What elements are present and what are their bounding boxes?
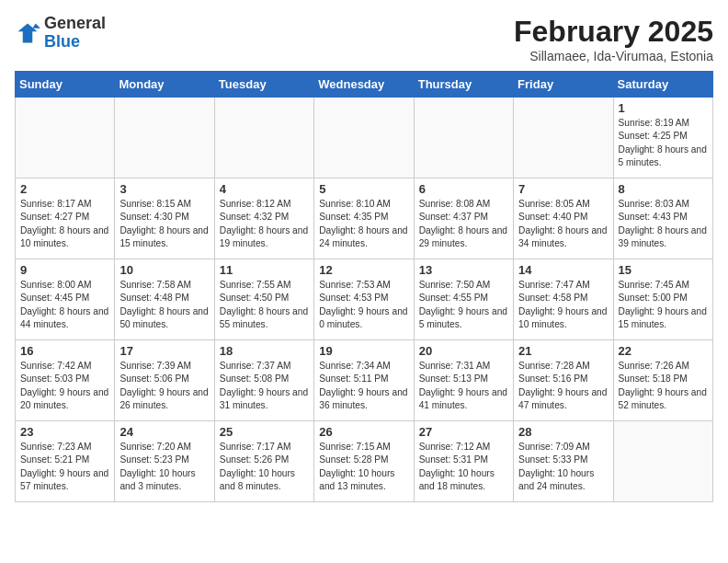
day-cell-23: 23Sunrise: 7:23 AM Sunset: 5:21 PM Dayli… [16, 421, 115, 502]
day-info: Sunrise: 8:10 AM Sunset: 4:35 PM Dayligh… [319, 198, 408, 250]
day-cell-2: 2Sunrise: 8:17 AM Sunset: 4:27 PM Daylig… [16, 178, 115, 259]
empty-cell [214, 98, 313, 178]
day-info: Sunrise: 7:12 AM Sunset: 5:31 PM Dayligh… [419, 441, 508, 493]
day-cell-28: 28Sunrise: 7:09 AM Sunset: 5:33 PM Dayli… [514, 421, 613, 502]
day-number: 11 [220, 263, 309, 277]
weekday-header-friday: Friday [514, 72, 613, 98]
day-info: Sunrise: 7:50 AM Sunset: 4:55 PM Dayligh… [419, 279, 508, 331]
day-cell-17: 17Sunrise: 7:39 AM Sunset: 5:06 PM Dayli… [115, 340, 214, 421]
day-number: 25 [220, 425, 309, 439]
title-block: February 2025 Sillamaee, Ida-Virumaa, Es… [514, 15, 713, 63]
week-row-4: 16Sunrise: 7:42 AM Sunset: 5:03 PM Dayli… [16, 340, 713, 421]
day-info: Sunrise: 8:03 AM Sunset: 4:43 PM Dayligh… [619, 198, 708, 250]
day-cell-21: 21Sunrise: 7:28 AM Sunset: 5:16 PM Dayli… [514, 340, 613, 421]
day-cell-6: 6Sunrise: 8:08 AM Sunset: 4:37 PM Daylig… [414, 178, 513, 259]
day-info: Sunrise: 7:55 AM Sunset: 4:50 PM Dayligh… [220, 279, 309, 331]
day-cell-18: 18Sunrise: 7:37 AM Sunset: 5:08 PM Dayli… [214, 340, 313, 421]
day-info: Sunrise: 7:47 AM Sunset: 4:58 PM Dayligh… [518, 279, 608, 331]
empty-cell [414, 98, 513, 178]
day-number: 27 [419, 425, 508, 439]
day-number: 26 [319, 425, 408, 439]
logo: General Blue [15, 15, 106, 52]
day-info: Sunrise: 7:09 AM Sunset: 5:33 PM Dayligh… [518, 441, 608, 493]
empty-cell [115, 98, 214, 178]
day-number: 28 [518, 425, 608, 439]
day-number: 1 [619, 101, 708, 115]
day-number: 10 [119, 263, 209, 277]
day-info: Sunrise: 7:17 AM Sunset: 5:26 PM Dayligh… [220, 441, 309, 493]
day-info: Sunrise: 7:53 AM Sunset: 4:53 PM Dayligh… [319, 279, 408, 331]
day-cell-5: 5Sunrise: 8:10 AM Sunset: 4:35 PM Daylig… [314, 178, 414, 259]
weekday-header-sunday: Sunday [16, 72, 115, 98]
day-cell-26: 26Sunrise: 7:15 AM Sunset: 5:28 PM Dayli… [314, 421, 414, 502]
day-cell-13: 13Sunrise: 7:50 AM Sunset: 4:55 PM Dayli… [414, 259, 513, 340]
day-cell-7: 7Sunrise: 8:05 AM Sunset: 4:40 PM Daylig… [514, 178, 613, 259]
day-info: Sunrise: 7:37 AM Sunset: 5:08 PM Dayligh… [220, 360, 309, 412]
day-number: 15 [619, 263, 708, 277]
day-cell-10: 10Sunrise: 7:58 AM Sunset: 4:48 PM Dayli… [115, 259, 214, 340]
day-number: 13 [419, 263, 508, 277]
empty-cell [613, 421, 712, 502]
day-info: Sunrise: 8:05 AM Sunset: 4:40 PM Dayligh… [518, 198, 608, 250]
day-cell-22: 22Sunrise: 7:26 AM Sunset: 5:18 PM Dayli… [613, 340, 712, 421]
day-number: 20 [419, 344, 508, 358]
day-cell-16: 16Sunrise: 7:42 AM Sunset: 5:03 PM Dayli… [16, 340, 115, 421]
day-number: 4 [220, 182, 309, 196]
day-info: Sunrise: 7:23 AM Sunset: 5:21 PM Dayligh… [20, 441, 109, 493]
day-number: 17 [119, 344, 209, 358]
day-number: 12 [319, 263, 408, 277]
weekday-header-row: SundayMondayTuesdayWednesdayThursdayFrid… [16, 72, 713, 98]
month-year-title: February 2025 [514, 15, 713, 49]
day-cell-4: 4Sunrise: 8:12 AM Sunset: 4:32 PM Daylig… [214, 178, 313, 259]
location-subtitle: Sillamaee, Ida-Virumaa, Estonia [514, 49, 713, 63]
day-cell-8: 8Sunrise: 8:03 AM Sunset: 4:43 PM Daylig… [613, 178, 712, 259]
day-info: Sunrise: 7:58 AM Sunset: 4:48 PM Dayligh… [119, 279, 209, 331]
day-number: 3 [119, 182, 209, 196]
day-info: Sunrise: 8:17 AM Sunset: 4:27 PM Dayligh… [20, 198, 109, 250]
page-header: General Blue February 2025 Sillamaee, Id… [15, 15, 713, 63]
day-cell-15: 15Sunrise: 7:45 AM Sunset: 5:00 PM Dayli… [613, 259, 712, 340]
day-number: 21 [518, 344, 608, 358]
logo-icon [15, 20, 40, 46]
day-number: 2 [20, 182, 109, 196]
day-cell-14: 14Sunrise: 7:47 AM Sunset: 4:58 PM Dayli… [514, 259, 613, 340]
day-info: Sunrise: 7:26 AM Sunset: 5:18 PM Dayligh… [619, 360, 708, 412]
day-cell-3: 3Sunrise: 8:15 AM Sunset: 4:30 PM Daylig… [115, 178, 214, 259]
day-number: 5 [319, 182, 408, 196]
day-number: 22 [619, 344, 708, 358]
weekday-header-tuesday: Tuesday [214, 72, 313, 98]
week-row-5: 23Sunrise: 7:23 AM Sunset: 5:21 PM Dayli… [16, 421, 713, 502]
weekday-header-thursday: Thursday [414, 72, 513, 98]
day-info: Sunrise: 7:45 AM Sunset: 5:00 PM Dayligh… [619, 279, 708, 331]
day-info: Sunrise: 8:15 AM Sunset: 4:30 PM Dayligh… [119, 198, 209, 250]
day-number: 16 [20, 344, 109, 358]
weekday-header-wednesday: Wednesday [314, 72, 414, 98]
day-cell-12: 12Sunrise: 7:53 AM Sunset: 4:53 PM Dayli… [314, 259, 414, 340]
day-cell-11: 11Sunrise: 7:55 AM Sunset: 4:50 PM Dayli… [214, 259, 313, 340]
day-number: 9 [20, 263, 109, 277]
day-number: 23 [20, 425, 109, 439]
day-cell-25: 25Sunrise: 7:17 AM Sunset: 5:26 PM Dayli… [214, 421, 313, 502]
day-info: Sunrise: 8:12 AM Sunset: 4:32 PM Dayligh… [220, 198, 309, 250]
day-info: Sunrise: 7:34 AM Sunset: 5:11 PM Dayligh… [319, 360, 408, 412]
day-info: Sunrise: 8:00 AM Sunset: 4:45 PM Dayligh… [20, 279, 109, 331]
day-info: Sunrise: 7:15 AM Sunset: 5:28 PM Dayligh… [319, 441, 408, 493]
week-row-2: 2Sunrise: 8:17 AM Sunset: 4:27 PM Daylig… [16, 178, 713, 259]
day-cell-19: 19Sunrise: 7:34 AM Sunset: 5:11 PM Dayli… [314, 340, 414, 421]
day-cell-24: 24Sunrise: 7:20 AM Sunset: 5:23 PM Dayli… [115, 421, 214, 502]
day-number: 6 [419, 182, 508, 196]
empty-cell [514, 98, 613, 178]
day-cell-20: 20Sunrise: 7:31 AM Sunset: 5:13 PM Dayli… [414, 340, 513, 421]
empty-cell [314, 98, 414, 178]
day-cell-9: 9Sunrise: 8:00 AM Sunset: 4:45 PM Daylig… [16, 259, 115, 340]
weekday-header-monday: Monday [115, 72, 214, 98]
weekday-header-saturday: Saturday [613, 72, 712, 98]
day-number: 8 [619, 182, 708, 196]
day-number: 14 [518, 263, 608, 277]
logo-blue-text: Blue [44, 32, 80, 51]
day-cell-1: 1Sunrise: 8:19 AM Sunset: 4:25 PM Daylig… [613, 98, 712, 178]
day-info: Sunrise: 7:39 AM Sunset: 5:06 PM Dayligh… [119, 360, 209, 412]
day-info: Sunrise: 7:28 AM Sunset: 5:16 PM Dayligh… [518, 360, 608, 412]
week-row-3: 9Sunrise: 8:00 AM Sunset: 4:45 PM Daylig… [16, 259, 713, 340]
week-row-1: 1Sunrise: 8:19 AM Sunset: 4:25 PM Daylig… [16, 98, 713, 178]
